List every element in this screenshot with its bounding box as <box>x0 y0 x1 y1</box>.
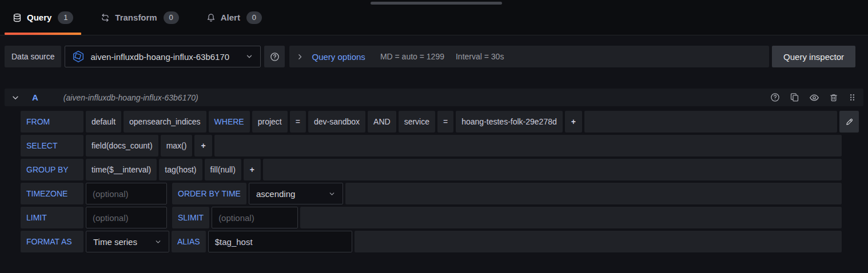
order-by-time-keyword: ORDER BY TIME <box>172 183 246 204</box>
tab-alert-count-badge: 0 <box>246 11 262 24</box>
where-operator-segment[interactable]: = <box>437 111 453 133</box>
select-keyword: SELECT <box>21 135 83 156</box>
format-as-select[interactable]: Time series <box>86 231 169 252</box>
panel-resize-handle[interactable] <box>371 2 502 5</box>
datasource-picker[interactable]: aiven-influxdb-hoang-influx-63b6170 <box>65 46 261 67</box>
group-by-tag-segment[interactable]: tag(host) <box>159 159 202 180</box>
slimit-input[interactable] <box>212 207 298 228</box>
group-by-keyword: GROUP BY <box>21 159 83 180</box>
bell-icon <box>206 13 216 22</box>
limit-keyword: LIMIT <box>21 207 83 228</box>
where-condition-segment[interactable]: AND <box>368 111 396 133</box>
policy-segment[interactable]: default <box>86 111 121 133</box>
query-options-toggle[interactable]: Query options <box>312 52 365 62</box>
datasource-name: aiven-influxdb-hoang-influx-63b6170 <box>90 52 240 62</box>
drag-handle-icon[interactable] <box>848 93 857 102</box>
tab-transform-label: Transform <box>115 13 157 22</box>
spacer <box>169 183 170 204</box>
where-tag-value-segment[interactable]: dev-sandbox <box>308 111 365 133</box>
format-as-keyword: FORMAT AS <box>21 231 83 252</box>
row-filler <box>300 207 842 228</box>
where-keyword[interactable]: WHERE <box>209 111 250 133</box>
timezone-input[interactable] <box>86 183 167 204</box>
from-keyword: FROM <box>21 111 83 133</box>
editor-tab-bar: Query 1 Transform 0 Alert 0 <box>0 0 868 35</box>
format-as-row: FORMAT AS Time series ALIAS <box>21 231 842 252</box>
add-select-part-button[interactable]: + <box>194 135 212 156</box>
format-as-value: Time series <box>93 237 137 247</box>
tab-query[interactable]: Query 1 <box>5 0 81 35</box>
chevron-right-icon[interactable] <box>296 53 304 61</box>
group-by-time-segment[interactable]: time($__interval) <box>86 159 157 180</box>
max-data-points-stat: MD = auto = 1299 <box>380 52 444 61</box>
row-filler <box>263 159 842 180</box>
query-options-bar: Query options MD = auto = 1299 Interval … <box>289 46 769 67</box>
toggle-raw-query-button[interactable] <box>839 111 859 133</box>
influxdb-logo-icon <box>72 50 85 63</box>
where-tag-key-segment[interactable]: service <box>399 111 435 133</box>
group-by-fill-segment[interactable]: fill(null) <box>205 159 241 180</box>
query-editor-card: A (aiven-influxdb-hoang-influx-63b6170) <box>5 89 863 252</box>
tab-transform-count-badge: 0 <box>164 11 179 24</box>
toggle-visibility-eye-icon[interactable] <box>809 93 819 103</box>
timezone-keyword: TIMEZONE <box>21 183 83 204</box>
select-row: SELECT field(docs_count) max() + <box>21 135 842 156</box>
tab-query-label: Query <box>27 13 51 22</box>
spacer <box>169 207 170 228</box>
active-tab-underline <box>5 33 81 35</box>
limit-row: LIMIT SLIMIT <box>21 207 842 228</box>
tab-transform[interactable]: Transform 0 <box>93 0 186 35</box>
collapse-query-icon[interactable] <box>11 94 19 102</box>
alias-keyword: ALIAS <box>172 231 206 252</box>
question-circle-icon <box>270 52 280 62</box>
from-row: FROM default opensearch_indices WHERE pr… <box>21 111 859 133</box>
where-operator-segment[interactable]: = <box>290 111 306 133</box>
row-filler <box>355 231 842 252</box>
query-ref-id[interactable]: A <box>32 93 38 102</box>
query-row-header: A (aiven-influxdb-hoang-influx-63b6170) <box>5 89 863 106</box>
duplicate-query-icon[interactable] <box>790 93 799 102</box>
interval-stat: Interval = 30s <box>456 52 504 61</box>
query-help-icon[interactable] <box>770 93 780 102</box>
measurement-segment[interactable]: opensearch_indices <box>124 111 206 133</box>
order-by-time-select[interactable]: ascending <box>249 183 343 204</box>
query-toolbar: Data source aiven-influxdb-hoang-influx-… <box>5 46 855 67</box>
alias-input[interactable] <box>208 231 352 252</box>
row-filler <box>345 183 842 204</box>
limit-input[interactable] <box>86 207 167 228</box>
aggregation-segment[interactable]: max() <box>161 135 193 156</box>
add-group-by-button[interactable]: + <box>244 159 261 180</box>
datasource-label: Data source <box>5 46 61 67</box>
timezone-row: TIMEZONE ORDER BY TIME ascending <box>21 183 842 204</box>
database-icon <box>13 13 22 22</box>
chevron-down-icon <box>328 190 336 198</box>
chevron-down-icon <box>245 53 253 61</box>
tab-alert-label: Alert <box>221 13 240 22</box>
slimit-keyword: SLIMIT <box>172 207 209 228</box>
delete-query-trash-icon[interactable] <box>829 93 838 102</box>
tab-alert[interactable]: Alert 0 <box>198 0 270 35</box>
datasource-help-button[interactable] <box>264 46 285 67</box>
query-inspector-button[interactable]: Query inspector <box>772 46 855 67</box>
query-header-actions <box>770 93 857 103</box>
row-filler <box>214 135 842 156</box>
tab-query-count-badge: 1 <box>58 11 73 24</box>
query-datasource-hint: (aiven-influxdb-hoang-influx-63b6170) <box>63 93 198 102</box>
chevron-down-icon <box>154 238 162 246</box>
where-tag-value-segment[interactable]: hoang-testes-folk-29e278d <box>456 111 563 133</box>
where-tag-key-segment[interactable]: project <box>252 111 288 133</box>
add-condition-button[interactable]: + <box>565 111 582 133</box>
influx-query-rows: FROM default opensearch_indices WHERE pr… <box>5 106 863 252</box>
group-by-row: GROUP BY time($__interval) tag(host) fil… <box>21 159 842 180</box>
pencil-icon <box>845 118 854 126</box>
order-by-time-value: ascending <box>256 189 295 199</box>
transform-icon <box>101 13 110 22</box>
row-filler <box>584 111 837 133</box>
field-segment[interactable]: field(docs_count) <box>86 135 158 156</box>
